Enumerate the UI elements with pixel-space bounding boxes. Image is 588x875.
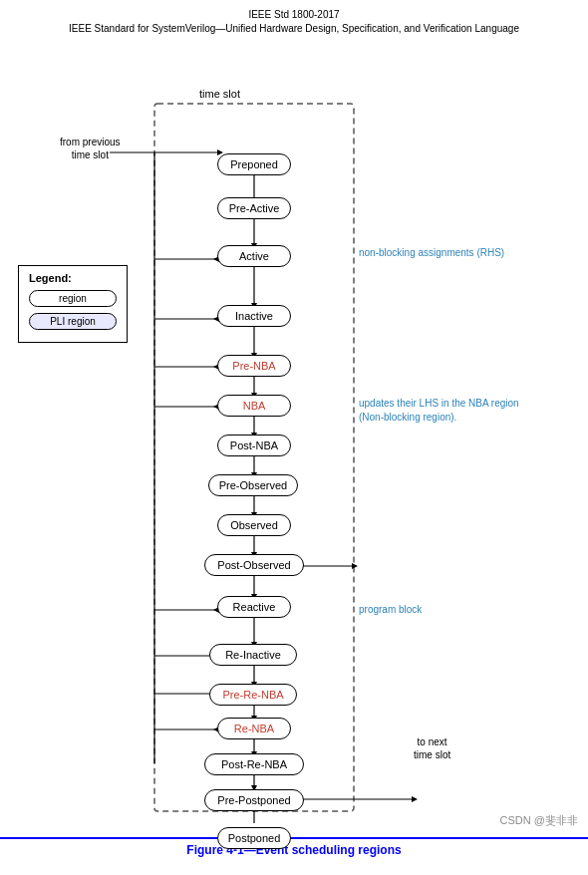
- to-next-label: to nexttime slot: [414, 735, 450, 761]
- from-prev-label: from previoustime slot: [60, 136, 121, 161]
- legend-title: Legend:: [29, 272, 117, 284]
- legend-box: Legend: region PLI region: [18, 265, 128, 343]
- figure-caption: Figure 4-1—Event scheduling regions: [0, 837, 588, 861]
- legend-region: region: [29, 290, 117, 307]
- node-inactive: Inactive: [217, 305, 291, 327]
- node-postponed: Postponed: [217, 827, 291, 849]
- node-re-inactive: Re-Inactive: [209, 644, 297, 666]
- node-post-observed: Post-Observed: [204, 554, 304, 576]
- header-line2: IEEE Standard for SystemVerilog—Unified …: [0, 22, 588, 36]
- node-pre-re-nba: Pre-Re-NBA: [209, 684, 297, 706]
- diagram-svg: [0, 46, 588, 823]
- node-post-nba: Post-NBA: [217, 435, 291, 456]
- node-reactive: Reactive: [217, 596, 291, 618]
- node-pre-observed: Pre-Observed: [208, 474, 298, 496]
- node-preponed: Preponed: [217, 153, 291, 175]
- node-nba: NBA: [217, 395, 291, 417]
- page-container: IEEE Std 1800-2017 IEEE Standard for Sys…: [0, 0, 588, 871]
- legend-pli: PLI region: [29, 313, 117, 330]
- node-post-re-nba: Post-Re-NBA: [204, 753, 304, 775]
- node-pre-postponed: Pre-Postponed: [204, 789, 304, 811]
- node-pre-nba: Pre-NBA: [217, 355, 291, 377]
- watermark: CSDN @斐非非: [500, 813, 578, 828]
- page-header: IEEE Std 1800-2017 IEEE Standard for Sys…: [0, 8, 588, 36]
- svg-marker-30: [352, 563, 358, 569]
- node-active: Active: [217, 245, 291, 267]
- timeslot-label: time slot: [199, 88, 240, 100]
- annotation-program-block: program block: [359, 604, 518, 615]
- annotation-nba-rhs: non-blocking assignments (RHS): [359, 247, 558, 258]
- svg-marker-53: [412, 796, 418, 802]
- node-re-nba: Re-NBA: [217, 718, 291, 739]
- node-pre-active: Pre-Active: [217, 197, 291, 219]
- node-observed: Observed: [217, 514, 291, 536]
- annotation-nba-region: updates their LHS in the NBA region(Non-…: [359, 397, 558, 425]
- header-line1: IEEE Std 1800-2017: [0, 8, 588, 22]
- diagram-area: time slot from previoustime slot Legend:…: [0, 46, 588, 833]
